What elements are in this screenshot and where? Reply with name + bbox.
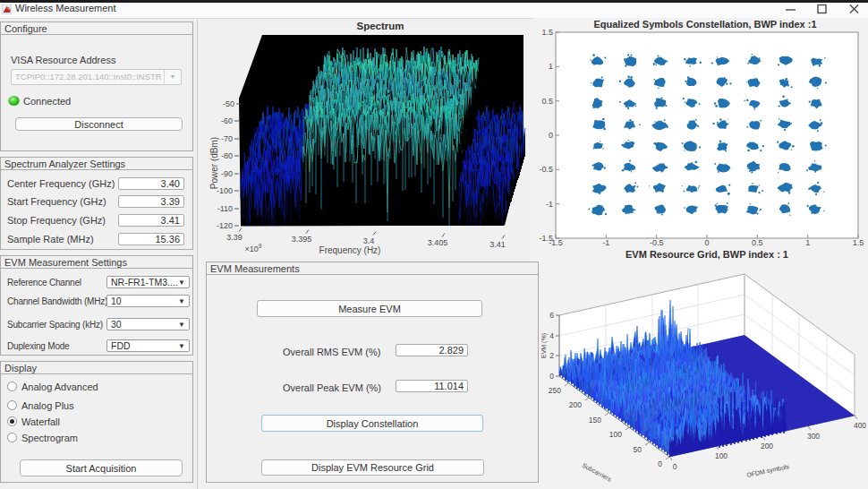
svg-text:Frequency (Hz): Frequency (Hz) [319, 245, 381, 255]
svg-text:3.41: 3.41 [489, 240, 506, 249]
svg-text:-1: -1 [602, 238, 609, 247]
svg-text:×109: ×109 [245, 243, 262, 253]
svg-text:0: 0 [673, 462, 677, 471]
svg-text:-60: -60 [221, 116, 233, 125]
svg-text:3.395: 3.395 [292, 235, 312, 244]
svg-text:-70: -70 [221, 134, 233, 143]
svg-text:100: 100 [609, 430, 622, 439]
svg-text:-120: -120 [217, 221, 233, 230]
svg-text:0.5: 0.5 [541, 97, 553, 106]
svg-text:3.405: 3.405 [428, 238, 448, 247]
svg-text:6: 6 [549, 311, 554, 320]
svg-text:0: 0 [549, 372, 554, 381]
svg-text:EVM (%): EVM (%) [541, 333, 548, 358]
svg-text:-90: -90 [221, 169, 233, 178]
svg-text:-1: -1 [546, 200, 553, 209]
svg-text:250: 250 [549, 386, 561, 395]
svg-text:300: 300 [807, 432, 820, 441]
svg-text:Spectrum: Spectrum [356, 21, 404, 31]
svg-text:-0.5: -0.5 [650, 238, 664, 247]
svg-text:3.39: 3.39 [226, 233, 243, 242]
svg-text:200: 200 [569, 400, 582, 409]
svg-text:200: 200 [761, 442, 773, 450]
svg-text:EVM Resource Grid, BWP index :: EVM Resource Grid, BWP index : 1 [625, 249, 788, 260]
svg-text:4: 4 [549, 331, 554, 340]
svg-text:-1.5: -1.5 [549, 238, 563, 247]
svg-text:0: 0 [549, 131, 553, 140]
svg-text:50: 50 [634, 445, 642, 454]
svg-text:0: 0 [704, 238, 709, 247]
svg-text:2: 2 [549, 351, 554, 360]
svg-text:-50: -50 [223, 99, 234, 108]
svg-text:Power (dBm): Power (dBm) [209, 137, 219, 189]
svg-text:100: 100 [715, 451, 728, 460]
svg-text:1.5: 1.5 [853, 238, 864, 247]
svg-text:1: 1 [805, 238, 810, 247]
svg-text:-0.5: -0.5 [539, 165, 553, 174]
svg-text:3.4: 3.4 [363, 236, 375, 245]
svg-text:0.5: 0.5 [752, 238, 763, 247]
svg-text:-80: -80 [221, 151, 233, 160]
svg-text:-110: -110 [217, 204, 233, 213]
svg-text:Equalized Symbols Constellatio: Equalized Symbols Constellation, BWP ind… [593, 19, 816, 30]
svg-text:150: 150 [589, 416, 601, 425]
svg-text:0: 0 [658, 459, 662, 468]
svg-text:1.5: 1.5 [541, 28, 553, 37]
svg-text:1: 1 [549, 62, 553, 71]
svg-text:400: 400 [854, 421, 866, 430]
